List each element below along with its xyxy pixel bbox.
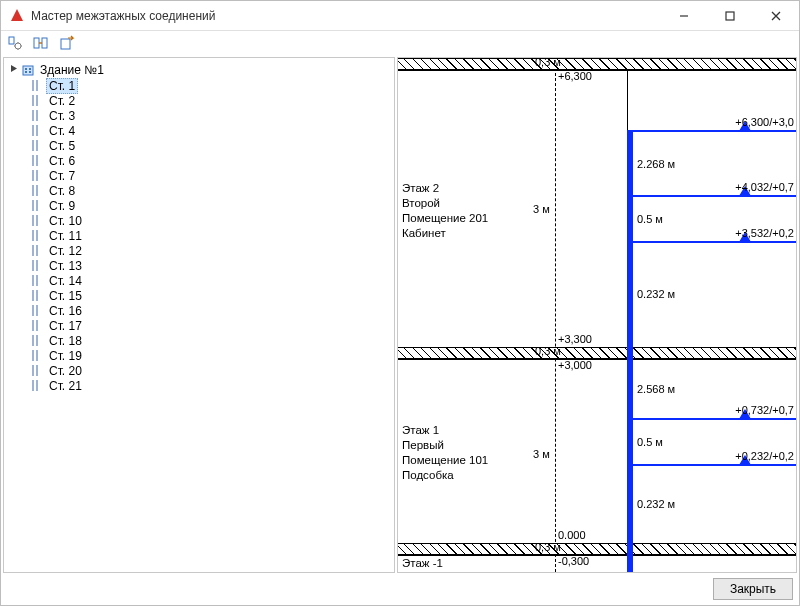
riser-icon bbox=[32, 260, 42, 271]
tree-leaf-label: Ст. 12 bbox=[46, 244, 85, 258]
tree-leaf-label: Ст. 7 bbox=[46, 169, 78, 183]
tree-leaf[interactable]: Ст. 15 bbox=[30, 288, 390, 303]
riser-icon bbox=[32, 200, 42, 211]
close-dialog-label: Закрыть bbox=[730, 582, 776, 596]
riser-icon bbox=[32, 140, 42, 151]
tree-leaf[interactable]: Ст. 12 bbox=[30, 243, 390, 258]
riser-seg bbox=[627, 130, 796, 132]
floor-alias: Второй bbox=[402, 196, 488, 211]
tree-leaf[interactable]: Ст. 13 bbox=[30, 258, 390, 273]
level-mark: +3,300 bbox=[558, 333, 592, 345]
toolbar-export-icon[interactable] bbox=[57, 33, 77, 53]
pair-label: +3,532/+0,2 bbox=[735, 227, 794, 239]
riser-icon bbox=[32, 125, 42, 136]
riser-icon bbox=[32, 185, 42, 196]
tree-leaf[interactable]: Ст. 18 bbox=[30, 333, 390, 348]
slab-mid bbox=[398, 347, 796, 359]
floor-alias: Подвал bbox=[402, 571, 488, 573]
tree-leaf-label: Ст. 2 bbox=[46, 94, 78, 108]
riser-icon bbox=[32, 365, 42, 376]
content: Здание №1 Ст. 1Ст. 2Ст. 3Ст. 4Ст. 5Ст. 6… bbox=[1, 55, 799, 575]
building-icon bbox=[20, 63, 36, 77]
close-button[interactable] bbox=[753, 1, 799, 30]
riser-icon bbox=[32, 110, 42, 121]
tree-leaf[interactable]: Ст. 21 bbox=[30, 378, 390, 393]
tree-leaf[interactable]: Ст. 11 bbox=[30, 228, 390, 243]
tree-leaf-label: Ст. 13 bbox=[46, 259, 85, 273]
tree-leaf[interactable]: Ст. 5 bbox=[30, 138, 390, 153]
tree-leaf[interactable]: Ст. 9 bbox=[30, 198, 390, 213]
tree-leaf[interactable]: Ст. 7 bbox=[30, 168, 390, 183]
svg-rect-8 bbox=[29, 68, 31, 70]
riser-seg bbox=[627, 418, 633, 464]
svg-rect-7 bbox=[25, 68, 27, 70]
close-dialog-button[interactable]: Закрыть bbox=[713, 578, 793, 600]
level-mark: +3,000 bbox=[558, 359, 592, 371]
tree-leaf[interactable]: Ст. 16 bbox=[30, 303, 390, 318]
tree-root-label[interactable]: Здание №1 bbox=[38, 62, 106, 78]
tree-leaf[interactable]: Ст. 3 bbox=[30, 108, 390, 123]
tree-leaf[interactable]: Ст. 14 bbox=[30, 273, 390, 288]
tree-leaf-label: Ст. 21 bbox=[46, 379, 85, 393]
tree-leaf-label: Ст. 19 bbox=[46, 349, 85, 363]
floor-name: Этаж -1 bbox=[402, 556, 488, 571]
tree-leaf[interactable]: Ст. 10 bbox=[30, 213, 390, 228]
tree-leaf-label: Ст. 16 bbox=[46, 304, 85, 318]
svg-rect-5 bbox=[61, 39, 70, 49]
svg-rect-10 bbox=[29, 71, 31, 73]
tree-leaf-label: Ст. 4 bbox=[46, 124, 78, 138]
expand-toggle-icon[interactable] bbox=[8, 62, 20, 78]
titlebar: Мастер межэтажных соединений bbox=[1, 1, 799, 31]
slab-low bbox=[398, 543, 796, 555]
tree-leaf[interactable]: Ст. 17 bbox=[30, 318, 390, 333]
riser-icon bbox=[32, 215, 42, 226]
svg-rect-0 bbox=[726, 12, 734, 20]
riser-icon bbox=[32, 170, 42, 181]
riser-seg bbox=[627, 464, 633, 554]
floor-alias: Первый bbox=[402, 438, 488, 453]
tree-leaf-label: Ст. 3 bbox=[46, 109, 78, 123]
building-tree[interactable]: Здание №1 Ст. 1Ст. 2Ст. 3Ст. 4Ст. 5Ст. 6… bbox=[4, 58, 394, 397]
level-mark: 0.000 bbox=[558, 529, 586, 541]
tree-leaf[interactable]: Ст. 8 bbox=[30, 183, 390, 198]
riser-diagram: 0,3 м 0,3 м 0,3 м +6,300 +3,300 +3,000 0… bbox=[398, 58, 796, 572]
riser-icon bbox=[32, 275, 42, 286]
riser-icon bbox=[32, 245, 42, 256]
basement-info: Этаж -1 Подвал Помещение 001 Подвал bbox=[402, 556, 488, 573]
slab-top bbox=[398, 58, 796, 70]
tree-leaf-label: Ст. 1 bbox=[46, 78, 78, 94]
seg-len: 0.232 м bbox=[637, 288, 675, 300]
svg-point-2 bbox=[15, 43, 21, 49]
seg-len: 2.268 м bbox=[637, 158, 675, 170]
floor-height: 3 м bbox=[533, 448, 550, 460]
window-title: Мастер межэтажных соединений bbox=[31, 9, 661, 23]
riser-icon bbox=[32, 290, 42, 301]
toolbar-layout-icon[interactable] bbox=[31, 33, 51, 53]
tree-leaf[interactable]: Ст. 6 bbox=[30, 153, 390, 168]
tree-leaf-label: Ст. 9 bbox=[46, 199, 78, 213]
tree-leaf[interactable]: Ст. 1 bbox=[30, 78, 390, 93]
room-alias: Подсобка bbox=[402, 468, 488, 483]
pair-label: +0,732/+0,7 bbox=[735, 404, 794, 416]
minimize-button[interactable] bbox=[661, 1, 707, 30]
tree-root-row[interactable]: Здание №1 bbox=[8, 62, 390, 78]
floor-name: Этаж 1 bbox=[402, 423, 488, 438]
tree-leaf-label: Ст. 11 bbox=[46, 229, 85, 243]
seg-len: 2.568 м bbox=[637, 383, 675, 395]
tree-leaf[interactable]: Ст. 20 bbox=[30, 363, 390, 378]
footer: Закрыть bbox=[1, 575, 799, 605]
slab-thickness: 0,3 м bbox=[535, 345, 561, 357]
tree-pane[interactable]: Здание №1 Ст. 1Ст. 2Ст. 3Ст. 4Ст. 5Ст. 6… bbox=[3, 57, 395, 573]
tree-leaf-label: Ст. 5 bbox=[46, 139, 78, 153]
tree-leaf[interactable]: Ст. 2 bbox=[30, 93, 390, 108]
maximize-button[interactable] bbox=[707, 1, 753, 30]
seg-len: 0.5 м bbox=[637, 436, 663, 448]
diagram-pane[interactable]: 0,3 м 0,3 м 0,3 м +6,300 +3,300 +3,000 0… bbox=[397, 57, 797, 573]
tree-leaf[interactable]: Ст. 19 bbox=[30, 348, 390, 363]
tree-leaf-label: Ст. 15 bbox=[46, 289, 85, 303]
pair-label: +4,032/+0,7 bbox=[735, 181, 794, 193]
tree-leaf[interactable]: Ст. 4 bbox=[30, 123, 390, 138]
toolbar-node-settings-icon[interactable] bbox=[5, 33, 25, 53]
room-name: Помещение 101 bbox=[402, 453, 488, 468]
floor1-info: Этаж 1 Первый Помещение 101 Подсобка bbox=[402, 423, 488, 483]
